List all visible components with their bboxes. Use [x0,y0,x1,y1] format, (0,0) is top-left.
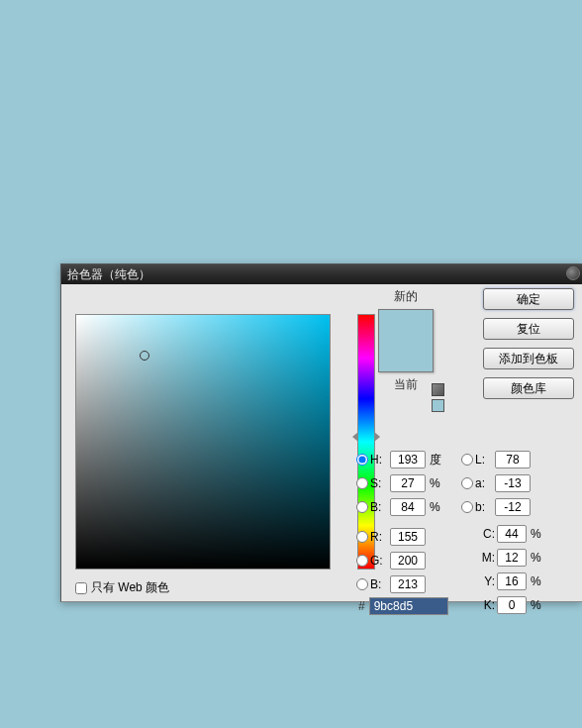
k-unit: % [527,598,541,612]
y-label: Y: [477,574,497,588]
color-picker-dialog: 拾色器（纯色） 只有 Web 颜色 新的 当前 [60,263,582,602]
h-label: H: [370,453,390,467]
swatch-column: 新的 当前 [358,288,453,393]
saturation-value-field[interactable] [75,314,331,570]
s-radio[interactable] [356,477,368,489]
dialog-options-icon[interactable] [566,266,580,280]
l-radio[interactable] [461,454,473,466]
s-label: S: [370,476,390,490]
a-label: a: [475,476,495,490]
web-only-checkbox[interactable] [75,582,87,594]
b-hsb-input[interactable] [390,498,426,516]
c-unit: % [527,527,541,541]
hex-row: # [358,597,448,615]
b-hsb-radio[interactable] [356,501,368,513]
b-rgb-input[interactable] [390,575,426,593]
button-column: 确定 复位 添加到色板 颜色库 [483,288,574,399]
b-lab-radio[interactable] [461,501,473,513]
new-color-label: 新的 [358,288,453,305]
g-radio[interactable] [356,555,368,567]
sv-cursor[interactable] [140,351,149,361]
hue-slider-handle-left-icon[interactable] [352,432,358,442]
h-radio[interactable] [356,454,368,466]
b-rgb-label: B: [370,577,390,591]
c-label: C: [477,527,497,541]
l-input[interactable] [495,451,531,468]
h-unit: 度 [426,452,445,468]
reset-button[interactable]: 复位 [483,318,574,340]
s-unit: % [426,476,445,490]
b-lab-input[interactable] [495,498,531,516]
web-only-label: 只有 Web 颜色 [91,579,169,596]
s-input[interactable] [390,474,426,492]
c-input[interactable] [497,525,527,543]
g-input[interactable] [390,552,426,570]
y-unit: % [527,574,541,588]
m-unit: % [527,551,541,565]
dialog-title: 拾色器（纯色） [67,266,150,283]
color-libraries-button[interactable]: 颜色库 [483,377,574,399]
b-lab-label: b: [475,500,495,514]
hue-slider-handle-right-icon[interactable] [374,432,380,442]
k-input[interactable] [497,596,527,614]
cmyk-column: C: % M: % Y: % K: % [477,522,566,617]
new-current-swatch[interactable] [378,309,434,372]
hex-input[interactable] [369,597,448,615]
left-column: 只有 Web 颜色 [75,296,348,589]
m-label: M: [477,551,497,565]
b-hsb-unit: % [426,500,445,514]
r-radio[interactable] [356,531,368,543]
r-input[interactable] [390,528,426,546]
gamut-warning-swatch-icon[interactable] [432,399,444,412]
b-rgb-radio[interactable] [356,578,368,590]
hex-label: # [358,599,365,613]
g-label: G: [370,554,390,568]
b-hsb-label: B: [370,500,390,514]
h-input[interactable] [390,451,426,468]
ok-button[interactable]: 确定 [483,288,574,310]
gamut-icons [432,383,444,412]
r-label: R: [370,530,390,544]
dialog-titlebar[interactable]: 拾色器（纯色） [61,264,582,284]
a-radio[interactable] [461,477,473,489]
y-input[interactable] [497,572,527,590]
k-label: K: [477,598,497,612]
l-label: L: [475,453,495,467]
a-input[interactable] [495,474,531,492]
add-to-swatches-button[interactable]: 添加到色板 [483,348,574,369]
m-input[interactable] [497,549,527,567]
gamut-warning-cube-icon[interactable] [432,383,444,396]
